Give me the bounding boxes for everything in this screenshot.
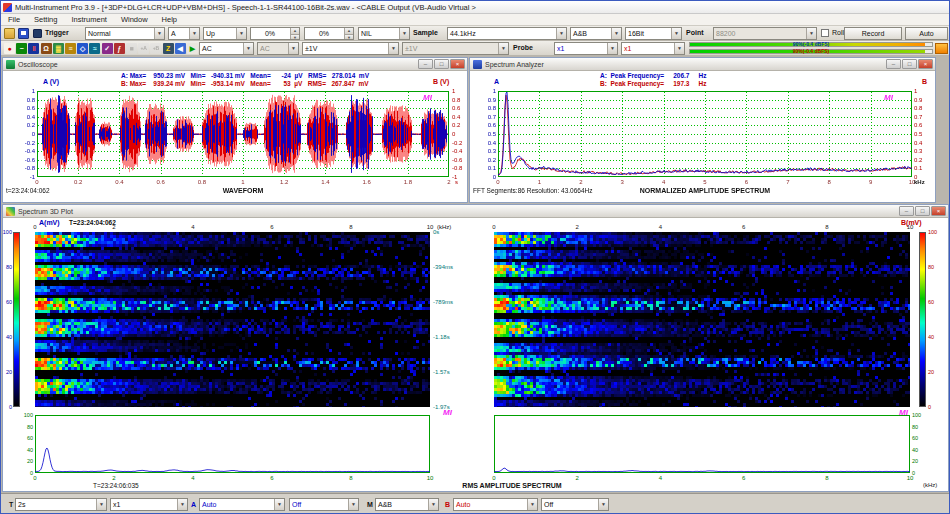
- oscilloscope-titlebar[interactable]: Oscilloscope – □ ×: [3, 58, 467, 71]
- spectrum-x-axis: 012345678910: [498, 179, 912, 186]
- save-icon[interactable]: [18, 28, 29, 39]
- chevron-down-icon[interactable]: ▼: [96, 499, 106, 510]
- spectrogram-time-axis: 0s-394ms-789ms-1.18s-1.57s-1.97s: [433, 232, 461, 407]
- spectrum-analyzer-icon[interactable]: ‖: [28, 43, 39, 54]
- chevron-down-icon[interactable]: ▼: [154, 28, 164, 39]
- menu-item-help[interactable]: Help: [155, 14, 184, 25]
- chevron-down-icon[interactable]: ▼: [607, 43, 617, 54]
- axis-tick-label: 0.1: [488, 165, 496, 171]
- restore-icon[interactable]: □: [434, 59, 449, 69]
- spectrum-analyzer-titlebar[interactable]: Spectrum Analyzer – □ ×: [470, 58, 935, 71]
- chevron-down-icon[interactable]: ▼: [399, 28, 409, 39]
- open-file-icon[interactable]: [4, 28, 15, 39]
- menu-item-setting[interactable]: Setting: [27, 14, 64, 25]
- axis-tick-label: -0.8: [25, 165, 35, 171]
- probe-a-select[interactable]: x1▼: [554, 42, 618, 55]
- rms-spectrum-b-plot: [494, 415, 910, 473]
- channel-b-range-select[interactable]: Auto▼: [453, 498, 538, 511]
- axis-tick-label: -1: [30, 174, 35, 180]
- sampling-channels-select[interactable]: A&B▼: [570, 27, 622, 40]
- menu-item-instrument[interactable]: Instrument: [64, 14, 113, 25]
- axis-tick-label: 6: [270, 224, 273, 230]
- spectrum-3d-plot-icon[interactable]: ▓: [53, 43, 64, 54]
- chevron-down-icon[interactable]: ▼: [556, 28, 566, 39]
- axis-tick-label: 0.4: [27, 114, 35, 120]
- probe-label: Probe: [513, 44, 533, 51]
- chevron-down-icon[interactable]: ▼: [674, 43, 684, 54]
- calibration-icon[interactable]: Z: [163, 43, 174, 54]
- axis-tick-label: 6: [742, 475, 745, 481]
- minimize-icon[interactable]: –: [886, 59, 901, 69]
- device-test-plan-icon[interactable]: ✓: [102, 43, 113, 54]
- axis-tick-label: 0.8: [488, 105, 496, 111]
- chevron-down-icon[interactable]: ▼: [388, 43, 398, 54]
- multimeter-icon[interactable]: Ω: [41, 43, 52, 54]
- chevron-down-icon[interactable]: ▼: [274, 499, 284, 510]
- rms-a-y-axis: 100806040200: [19, 415, 33, 473]
- oscilloscope-icon[interactable]: ~: [16, 43, 27, 54]
- trigger-level-stepper[interactable]: 0%▲▼: [250, 27, 300, 40]
- probe-b-select[interactable]: x1▼: [621, 42, 685, 55]
- axis-tick-label: 0.2: [74, 179, 82, 185]
- display-mode-select[interactable]: A&B▼: [375, 498, 439, 511]
- auto-button[interactable]: Auto: [905, 27, 948, 40]
- ddp-viewer-icon[interactable]: ◇: [77, 43, 88, 54]
- chevron-down-icon[interactable]: ▼: [177, 499, 187, 510]
- axis-tick-label: 0.4: [115, 179, 123, 185]
- channel-b-axis-label: B (V): [433, 78, 449, 85]
- axis-tick-label: 0: [35, 179, 38, 185]
- derived-data-icon[interactable]: ƒ: [114, 43, 125, 54]
- chevron-down-icon[interactable]: ▼: [527, 499, 537, 510]
- spectrum-3d-window-icon: [6, 207, 15, 216]
- close-icon[interactable]: ×: [918, 59, 933, 69]
- sweep-time-select[interactable]: 2s▼: [15, 498, 107, 511]
- restore-icon[interactable]: □: [915, 206, 930, 216]
- trigger-hpf-select[interactable]: NIL▼: [358, 27, 410, 40]
- range-a-select[interactable]: ±1V▼: [302, 42, 399, 55]
- spinner-down-icon[interactable]: ▼: [290, 34, 299, 39]
- channel-a-persistence-select[interactable]: Off▼: [289, 498, 359, 511]
- spinner-down-icon[interactable]: ▼: [344, 34, 353, 39]
- record-icon[interactable]: ●: [4, 43, 15, 54]
- zoom-factor-select[interactable]: x1▼: [110, 498, 188, 511]
- menu-item-window[interactable]: Window: [114, 14, 155, 25]
- chevron-down-icon[interactable]: ▼: [671, 28, 681, 39]
- trigger-source-select[interactable]: A▼: [168, 27, 200, 40]
- channel-b-axis-label: B: [922, 78, 927, 85]
- sampling-bits-select[interactable]: 16Bit▼: [625, 27, 682, 40]
- data-logger-icon[interactable]: ≡: [65, 43, 76, 54]
- record-button[interactable]: Record: [844, 27, 902, 40]
- axis-tick-label: 0.8: [914, 105, 922, 111]
- close-icon[interactable]: ×: [931, 206, 946, 216]
- trigger-delay-stepper[interactable]: 0%▲▼: [304, 27, 354, 40]
- axis-tick-label: 0.4: [488, 140, 496, 146]
- axis-tick-label: 2: [576, 224, 579, 230]
- channel-a-range-select[interactable]: Auto▼: [199, 498, 285, 511]
- channel-b-persistence-select[interactable]: Off▼: [541, 498, 609, 511]
- menu-item-file[interactable]: File: [1, 14, 27, 25]
- close-icon[interactable]: ×: [450, 59, 465, 69]
- axis-tick-label: 3: [621, 179, 624, 185]
- trigger-edge-select[interactable]: Up▼: [203, 27, 247, 40]
- roll-checkbox[interactable]: [821, 29, 829, 37]
- chevron-down-icon[interactable]: ▼: [598, 499, 608, 510]
- axis-tick-label: 0.2: [914, 157, 922, 163]
- sampling-rate-select[interactable]: 44.1kHz▼: [447, 27, 567, 40]
- coupling-a-select[interactable]: AC▼: [199, 42, 254, 55]
- sound-device-icon[interactable]: ◀: [175, 43, 186, 54]
- chevron-down-icon[interactable]: ▼: [189, 28, 199, 39]
- spectrogram-icon[interactable]: ≈: [89, 43, 100, 54]
- chevron-down-icon[interactable]: ▼: [243, 43, 253, 54]
- run-icon[interactable]: ▶: [187, 43, 198, 54]
- spectrum-3d-titlebar[interactable]: Spectrum 3D Plot – □ ×: [3, 205, 948, 218]
- chevron-down-icon[interactable]: ▼: [236, 28, 246, 39]
- channel-b-label: B: [445, 501, 450, 508]
- axis-tick-label: 2: [579, 179, 582, 185]
- minimize-icon[interactable]: –: [418, 59, 433, 69]
- trigger-mode-select[interactable]: Normal▼: [85, 27, 165, 40]
- chevron-down-icon[interactable]: ▼: [611, 28, 621, 39]
- minimize-icon[interactable]: –: [899, 206, 914, 216]
- chevron-down-icon[interactable]: ▼: [348, 499, 358, 510]
- restore-icon[interactable]: □: [902, 59, 917, 69]
- chevron-down-icon[interactable]: ▼: [428, 499, 438, 510]
